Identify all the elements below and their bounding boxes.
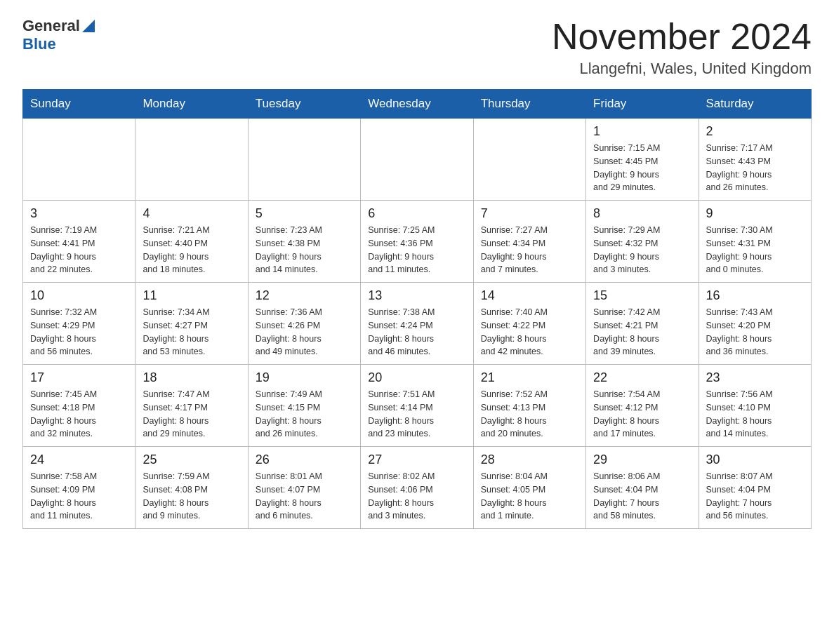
day-number: 13: [368, 288, 465, 303]
calendar-cell: 17Sunrise: 7:45 AM Sunset: 4:18 PM Dayli…: [23, 365, 135, 447]
calendar-cell: [248, 119, 360, 201]
day-number: 11: [143, 288, 240, 303]
day-info: Sunrise: 7:19 AM Sunset: 4:41 PM Dayligh…: [30, 224, 128, 276]
calendar-cell: 26Sunrise: 8:01 AM Sunset: 4:07 PM Dayli…: [248, 447, 360, 529]
month-title: November 2024: [552, 17, 812, 57]
day-info: Sunrise: 7:36 AM Sunset: 4:26 PM Dayligh…: [256, 306, 353, 358]
title-block: November 2024 Llangefni, Wales, United K…: [552, 17, 812, 78]
day-info: Sunrise: 8:02 AM Sunset: 4:06 PM Dayligh…: [368, 470, 465, 523]
calendar-cell: 24Sunrise: 7:58 AM Sunset: 4:09 PM Dayli…: [23, 447, 135, 529]
day-number: 20: [368, 370, 465, 385]
calendar-cell: 18Sunrise: 7:47 AM Sunset: 4:17 PM Dayli…: [135, 365, 248, 447]
weekday-header-friday: Friday: [586, 90, 699, 119]
day-info: Sunrise: 7:47 AM Sunset: 4:17 PM Dayligh…: [143, 388, 240, 441]
day-number: 30: [706, 452, 804, 467]
day-number: 29: [593, 452, 691, 467]
calendar-cell: 23Sunrise: 7:56 AM Sunset: 4:10 PM Dayli…: [699, 365, 811, 447]
logo-general: General: [22, 17, 80, 35]
day-number: 5: [256, 206, 353, 221]
day-number: 28: [481, 452, 578, 467]
day-info: Sunrise: 7:15 AM Sunset: 4:45 PM Dayligh…: [593, 142, 691, 194]
week-row-1: 3Sunrise: 7:19 AM Sunset: 4:41 PM Daylig…: [23, 201, 812, 283]
day-info: Sunrise: 7:40 AM Sunset: 4:22 PM Dayligh…: [481, 306, 578, 358]
weekday-header-tuesday: Tuesday: [248, 90, 360, 119]
day-number: 4: [143, 206, 240, 221]
day-info: Sunrise: 7:42 AM Sunset: 4:21 PM Dayligh…: [593, 306, 691, 358]
day-number: 17: [30, 370, 128, 385]
day-info: Sunrise: 7:43 AM Sunset: 4:20 PM Dayligh…: [706, 306, 804, 358]
day-info: Sunrise: 7:32 AM Sunset: 4:29 PM Dayligh…: [30, 306, 128, 358]
calendar-cell: 2Sunrise: 7:17 AM Sunset: 4:43 PM Daylig…: [699, 119, 811, 201]
day-number: 21: [481, 370, 578, 385]
day-info: Sunrise: 7:25 AM Sunset: 4:36 PM Dayligh…: [368, 224, 465, 276]
calendar-cell: 22Sunrise: 7:54 AM Sunset: 4:12 PM Dayli…: [586, 365, 699, 447]
weekday-header-sunday: Sunday: [23, 90, 135, 119]
day-info: Sunrise: 7:30 AM Sunset: 4:31 PM Dayligh…: [706, 224, 804, 276]
calendar-cell: 16Sunrise: 7:43 AM Sunset: 4:20 PM Dayli…: [699, 283, 811, 365]
calendar-cell: 8Sunrise: 7:29 AM Sunset: 4:32 PM Daylig…: [586, 201, 699, 283]
day-number: 3: [30, 206, 128, 221]
day-number: 24: [30, 452, 128, 467]
calendar-cell: 12Sunrise: 7:36 AM Sunset: 4:26 PM Dayli…: [248, 283, 360, 365]
day-info: Sunrise: 8:07 AM Sunset: 4:04 PM Dayligh…: [706, 470, 804, 523]
day-info: Sunrise: 7:54 AM Sunset: 4:12 PM Dayligh…: [593, 388, 691, 441]
calendar-cell: 10Sunrise: 7:32 AM Sunset: 4:29 PM Dayli…: [23, 283, 135, 365]
day-number: 10: [30, 288, 128, 303]
day-number: 19: [256, 370, 353, 385]
calendar-cell: [361, 119, 473, 201]
day-info: Sunrise: 8:01 AM Sunset: 4:07 PM Dayligh…: [256, 470, 353, 523]
logo-arrow-icon: [82, 17, 95, 35]
weekday-header-row: SundayMondayTuesdayWednesdayThursdayFrid…: [23, 90, 812, 119]
calendar-cell: [473, 119, 585, 201]
calendar-cell: [135, 119, 248, 201]
calendar-cell: 11Sunrise: 7:34 AM Sunset: 4:27 PM Dayli…: [135, 283, 248, 365]
calendar-cell: 21Sunrise: 7:52 AM Sunset: 4:13 PM Dayli…: [473, 365, 585, 447]
calendar-cell: 1Sunrise: 7:15 AM Sunset: 4:45 PM Daylig…: [586, 119, 699, 201]
calendar-cell: 3Sunrise: 7:19 AM Sunset: 4:41 PM Daylig…: [23, 201, 135, 283]
day-info: Sunrise: 7:49 AM Sunset: 4:15 PM Dayligh…: [256, 388, 353, 441]
day-info: Sunrise: 7:21 AM Sunset: 4:40 PM Dayligh…: [143, 224, 240, 276]
calendar-cell: 15Sunrise: 7:42 AM Sunset: 4:21 PM Dayli…: [586, 283, 699, 365]
page-header: General Blue November 2024 Llangefni, Wa…: [22, 17, 812, 78]
day-info: Sunrise: 7:59 AM Sunset: 4:08 PM Dayligh…: [143, 470, 240, 523]
day-number: 9: [706, 206, 804, 221]
day-info: Sunrise: 7:27 AM Sunset: 4:34 PM Dayligh…: [481, 224, 578, 276]
calendar-cell: 20Sunrise: 7:51 AM Sunset: 4:14 PM Dayli…: [361, 365, 473, 447]
calendar-cell: 27Sunrise: 8:02 AM Sunset: 4:06 PM Dayli…: [361, 447, 473, 529]
location-subtitle: Llangefni, Wales, United Kingdom: [552, 60, 812, 78]
day-info: Sunrise: 7:34 AM Sunset: 4:27 PM Dayligh…: [143, 306, 240, 358]
day-number: 18: [143, 370, 240, 385]
day-info: Sunrise: 7:23 AM Sunset: 4:38 PM Dayligh…: [256, 224, 353, 276]
calendar-cell: 7Sunrise: 7:27 AM Sunset: 4:34 PM Daylig…: [473, 201, 585, 283]
week-row-0: 1Sunrise: 7:15 AM Sunset: 4:45 PM Daylig…: [23, 119, 812, 201]
calendar-table: SundayMondayTuesdayWednesdayThursdayFrid…: [22, 89, 812, 529]
day-number: 8: [593, 206, 691, 221]
calendar-cell: 30Sunrise: 8:07 AM Sunset: 4:04 PM Dayli…: [699, 447, 811, 529]
day-number: 22: [593, 370, 691, 385]
day-number: 25: [143, 452, 240, 467]
logo: General Blue: [22, 17, 95, 53]
day-info: Sunrise: 8:04 AM Sunset: 4:05 PM Dayligh…: [481, 470, 578, 523]
day-number: 23: [706, 370, 804, 385]
logo-blue: Blue: [22, 35, 56, 53]
weekday-header-wednesday: Wednesday: [361, 90, 473, 119]
calendar-cell: 14Sunrise: 7:40 AM Sunset: 4:22 PM Dayli…: [473, 283, 585, 365]
calendar-cell: 29Sunrise: 8:06 AM Sunset: 4:04 PM Dayli…: [586, 447, 699, 529]
day-info: Sunrise: 7:58 AM Sunset: 4:09 PM Dayligh…: [30, 470, 128, 523]
weekday-header-saturday: Saturday: [699, 90, 811, 119]
day-number: 16: [706, 288, 804, 303]
day-info: Sunrise: 8:06 AM Sunset: 4:04 PM Dayligh…: [593, 470, 691, 523]
week-row-3: 17Sunrise: 7:45 AM Sunset: 4:18 PM Dayli…: [23, 365, 812, 447]
day-number: 6: [368, 206, 465, 221]
calendar-cell: 4Sunrise: 7:21 AM Sunset: 4:40 PM Daylig…: [135, 201, 248, 283]
calendar-cell: 19Sunrise: 7:49 AM Sunset: 4:15 PM Dayli…: [248, 365, 360, 447]
day-number: 26: [256, 452, 353, 467]
calendar-cell: 13Sunrise: 7:38 AM Sunset: 4:24 PM Dayli…: [361, 283, 473, 365]
calendar-cell: 5Sunrise: 7:23 AM Sunset: 4:38 PM Daylig…: [248, 201, 360, 283]
day-info: Sunrise: 7:45 AM Sunset: 4:18 PM Dayligh…: [30, 388, 128, 441]
day-info: Sunrise: 7:38 AM Sunset: 4:24 PM Dayligh…: [368, 306, 465, 358]
day-number: 2: [706, 124, 804, 139]
weekday-header-monday: Monday: [135, 90, 248, 119]
week-row-2: 10Sunrise: 7:32 AM Sunset: 4:29 PM Dayli…: [23, 283, 812, 365]
calendar-cell: 9Sunrise: 7:30 AM Sunset: 4:31 PM Daylig…: [699, 201, 811, 283]
